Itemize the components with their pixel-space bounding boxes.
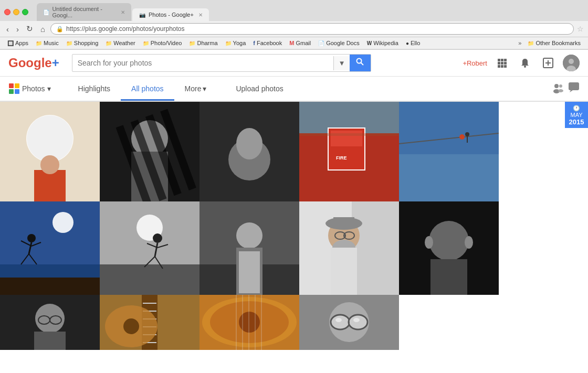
svg-rect-83 (352, 201, 399, 295)
googledocs-icon: 📄 (318, 40, 324, 46)
bookmark-other[interactable]: 📁 Other Bookmarks (524, 39, 584, 47)
url-bar[interactable]: 🔒 https://plus.google.com/photos/yourpho… (50, 23, 574, 35)
search-button[interactable] (350, 55, 371, 71)
photo-11[interactable] (0, 295, 100, 350)
bookmark-photovideo[interactable]: 📁 Photo/Video (140, 39, 185, 47)
chat-icon[interactable] (568, 82, 580, 96)
svg-point-116 (239, 312, 260, 333)
bookmark-ello[interactable]: ● Ello (403, 39, 423, 47)
svg-point-96 (465, 236, 473, 249)
photo-1[interactable] (0, 102, 100, 201)
upload-photos-label: Upload photos (236, 84, 283, 93)
photo-12[interactable] (100, 295, 200, 350)
photos-menu-dropdown-icon: ▾ (47, 84, 51, 93)
nav-tabs: Highlights All photos More ▾ (68, 78, 217, 100)
bookmark-weather[interactable]: 📁 Weather (102, 39, 138, 47)
svg-rect-81 (239, 251, 260, 293)
gplus-plus-sign: + (52, 56, 59, 70)
photo-4[interactable]: FIRE (299, 102, 399, 201)
photo-9[interactable] (299, 201, 399, 295)
dharma-folder-icon: 📁 (189, 40, 195, 46)
minimize-button[interactable] (13, 9, 19, 15)
tab-docs-favicon: 📄 (43, 8, 49, 16)
bookmark-music[interactable]: 📁 Music (33, 39, 62, 47)
bookmark-shopping[interactable]: 📁 Shopping (63, 39, 102, 47)
bookmark-star[interactable]: ☆ (577, 25, 584, 33)
bookmarks-more-button[interactable]: » (516, 39, 523, 47)
search-input[interactable] (72, 56, 334, 70)
photo-7-image (100, 201, 200, 295)
people-icon (552, 82, 564, 93)
photos-menu-label: Photos (22, 84, 45, 93)
home-button[interactable]: ⌂ (38, 24, 47, 35)
svg-point-124 (331, 315, 350, 329)
bookmark-wikipedia-label: Wikipedia (373, 40, 398, 46)
photo-8[interactable] (200, 201, 299, 295)
search-dropdown-button[interactable]: ▼ (333, 56, 349, 70)
gplus-logo[interactable]: Google+ (8, 56, 59, 70)
shared-albums-icon[interactable] (552, 82, 564, 96)
reload-button[interactable]: ↻ (24, 23, 35, 35)
apps-grid-button[interactable] (494, 55, 510, 71)
notifications-button[interactable] (517, 55, 533, 71)
photos-menu[interactable]: Photos ▾ (8, 77, 55, 101)
photo-2[interactable] (100, 102, 200, 201)
tab-highlights[interactable]: Highlights (68, 78, 121, 101)
svg-point-125 (349, 315, 368, 329)
weather-folder-icon: 📁 (106, 40, 112, 46)
bookmark-googledocs[interactable]: 📄 Google Docs (315, 39, 363, 47)
svg-rect-86 (333, 217, 354, 228)
photo-6[interactable] (0, 201, 100, 295)
tab-docs[interactable]: 📄 Untitled document - Googi... ✕ (37, 3, 131, 21)
search-icon (356, 58, 364, 66)
browser-tabs: 📄 Untitled document - Googi... ✕ 📷 Photo… (37, 3, 209, 21)
photo-14[interactable] (299, 295, 399, 350)
svg-point-56 (465, 132, 469, 136)
bookmark-yoga[interactable]: 📁 Yoga (222, 39, 249, 47)
tab-photos[interactable]: 📷 Photos - Google+ ✕ (132, 8, 209, 21)
photo-11-image (0, 295, 100, 350)
tab-photos-close[interactable]: ✕ (198, 12, 203, 18)
nav-right-actions (552, 82, 580, 96)
svg-rect-6 (501, 62, 503, 65)
date-badge[interactable]: 🕐 May 2015 (565, 102, 588, 128)
svg-rect-9 (501, 65, 503, 68)
facebook-icon: f (253, 40, 255, 46)
search-bar: ▼ (72, 54, 371, 72)
photo-14-image (299, 295, 399, 350)
ello-icon: ● (406, 40, 409, 46)
user-profile-link[interactable]: +Robert (463, 59, 487, 67)
maximize-button[interactable] (22, 9, 28, 15)
tab-docs-close[interactable]: ✕ (121, 9, 125, 15)
bookmark-other-label: Other Bookmarks (536, 40, 581, 46)
upload-photos-button[interactable]: Upload photos (225, 78, 293, 99)
svg-rect-10 (504, 65, 507, 68)
back-button[interactable]: ‹ (4, 24, 11, 35)
music-folder-icon: 📁 (36, 40, 42, 46)
bookmark-wikipedia[interactable]: W Wikipedia (364, 39, 402, 47)
photo-3[interactable] (200, 102, 299, 201)
svg-text:FIRE: FIRE (336, 155, 347, 161)
photo-7[interactable] (100, 201, 200, 295)
bookmark-facebook[interactable]: f Facebook (250, 39, 285, 47)
photos-grid: 🕐 May 2015 (0, 102, 588, 350)
bookmark-apps-label: Apps (15, 40, 28, 46)
bookmark-dharma-label: Dharma (197, 40, 217, 46)
avatar[interactable] (563, 55, 580, 71)
bookmark-dharma[interactable]: 📁 Dharma (186, 39, 220, 47)
bookmark-apps[interactable]: 🔲 Apps (4, 39, 32, 47)
close-button[interactable] (4, 9, 10, 15)
compose-button[interactable] (540, 55, 556, 71)
photo-5[interactable] (399, 102, 499, 201)
photo-13[interactable] (200, 295, 299, 350)
photo-10[interactable] (399, 201, 499, 295)
svg-point-34 (40, 155, 59, 174)
bookmark-facebook-label: Facebook (257, 40, 282, 46)
gplus-app: Google+ ▼ +Robert (0, 50, 588, 342)
avatar-image (563, 55, 580, 71)
bookmark-gmail[interactable]: M Gmail (286, 39, 314, 47)
tab-more[interactable]: More ▾ (174, 78, 217, 101)
tab-all-photos[interactable]: All photos (121, 78, 174, 101)
bell-icon (520, 58, 530, 68)
forward-button[interactable]: › (14, 24, 21, 35)
